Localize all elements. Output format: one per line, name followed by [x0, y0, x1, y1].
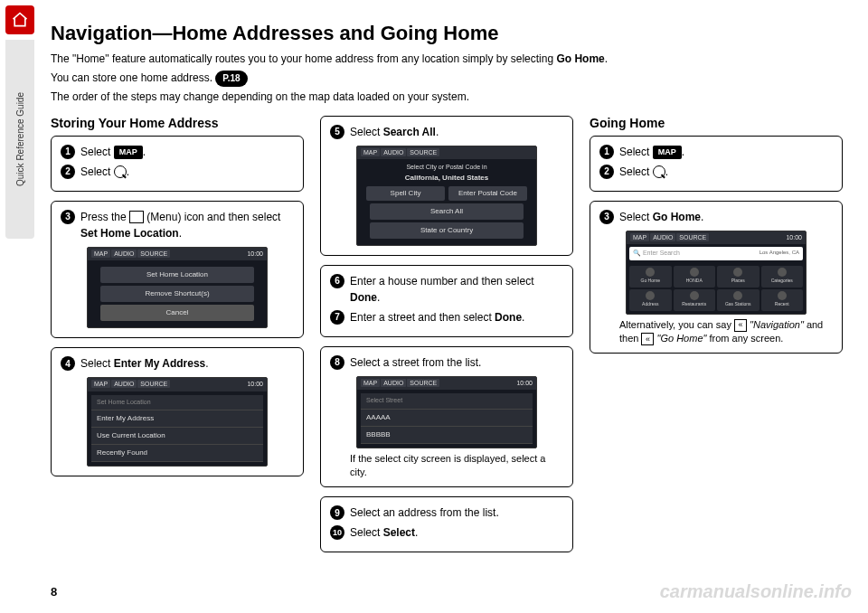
- step-3: 3 Press the (Menu) icon and then select …: [61, 209, 294, 241]
- step-number: 6: [330, 274, 344, 288]
- intro-line-3: The order of the steps may change depend…: [51, 89, 854, 106]
- menu-icon: [129, 211, 144, 223]
- voice-command-note: Alternatively, you can say « "Navigation…: [619, 318, 827, 346]
- step-10: 10 Select Select.: [330, 524, 563, 541]
- page-number: 8: [51, 585, 57, 599]
- step-number: 3: [61, 210, 75, 224]
- card-6: 8 Select a street from the list. MAPAUDI…: [320, 346, 573, 488]
- screenshot-select-street: MAPAUDIOSOURCE 10:00 Select Street AAAAA…: [356, 376, 537, 448]
- voice-icon: «: [734, 319, 747, 332]
- search-icon: [653, 165, 665, 178]
- intro-line-2: You can store one home address. P.18: [51, 70, 854, 87]
- voice-icon: «: [641, 333, 654, 345]
- section-title-storing: Storing Your Home Address: [51, 116, 304, 130]
- card-7: 9 Select an address from the list. 10 Se…: [320, 496, 573, 552]
- card-4: 5 Select Search All. MAPAUDIOSOURCE Sele…: [320, 116, 573, 256]
- step-number: 5: [330, 125, 344, 139]
- card-5: 6 Enter a house number and then select D…: [320, 265, 573, 337]
- step-9: 9 Select an address from the list.: [330, 505, 563, 521]
- card-1: 1 Select MAP. 2 Select .: [51, 136, 304, 192]
- section-tab-label: Quick Reference Guide: [15, 92, 25, 186]
- step-number: 10: [330, 525, 344, 540]
- search-icon: [114, 165, 127, 178]
- step-number: 4: [61, 356, 75, 371]
- step-gh-1: 1 Select MAP.: [599, 144, 833, 160]
- step-number: 8: [330, 355, 344, 370]
- note-select-city: If the select city screen is displayed, …: [350, 452, 558, 480]
- card-3: 4 Select Enter My Address. MAPAUDIOSOURC…: [51, 347, 304, 476]
- step-gh-2: 2 Select .: [599, 164, 833, 180]
- step-7: 7 Enter a street and then select Done.: [330, 309, 563, 325]
- card-8: 1 Select MAP. 2 Select .: [590, 136, 843, 192]
- screenshot-enter-address: MAPAUDIOSOURCE 10:00 Set Home Location E…: [87, 377, 268, 467]
- map-button-icon: MAP: [114, 146, 143, 160]
- step-4: 4 Select Enter My Address.: [61, 355, 294, 372]
- section-title-going-home: Going Home: [590, 116, 843, 130]
- column-storing-home: Storing Your Home Address 1 Select MAP. …: [51, 116, 304, 562]
- step-number: 9: [330, 505, 344, 520]
- house-icon: [11, 11, 29, 29]
- step-number: 3: [599, 210, 614, 224]
- screenshot-set-home: MAPAUDIOSOURCE 10:00 Set Home Location R…: [87, 247, 268, 329]
- step-number: 1: [599, 145, 614, 159]
- section-tab: Quick Reference Guide: [5, 40, 34, 239]
- page-reference-badge: P.18: [215, 71, 247, 87]
- column-going-home: Going Home 1 Select MAP. 2 Select .: [590, 116, 843, 562]
- map-button-icon: MAP: [653, 146, 682, 160]
- card-9: 3 Select Go Home. MAPAUDIOSOURCE 10:00 🔍…: [590, 201, 843, 354]
- step-gh-3: 3 Select Go Home.: [599, 209, 833, 225]
- column-middle: 5 Select Search All. MAPAUDIOSOURCE Sele…: [320, 116, 573, 562]
- step-number: 1: [61, 145, 75, 159]
- page-title: Navigation—Home Addresses and Going Home: [51, 22, 854, 45]
- watermark: carmanualsonline.info: [660, 581, 852, 602]
- step-1: 1 Select MAP.: [61, 144, 294, 160]
- intro-line-1: The "Home" feature automatically routes …: [51, 51, 854, 68]
- screenshot-search-all: MAPAUDIOSOURCE Select City or Postal Cod…: [356, 146, 537, 246]
- home-tab-icon: [5, 5, 34, 34]
- step-number: 7: [330, 310, 344, 325]
- step-5: 5 Select Search All.: [330, 124, 563, 140]
- card-2: 3 Press the (Menu) icon and then select …: [51, 201, 304, 339]
- step-number: 2: [599, 165, 614, 179]
- step-number: 2: [61, 165, 75, 179]
- step-6: 6 Enter a house number and then select D…: [330, 273, 563, 306]
- screenshot-go-home: MAPAUDIOSOURCE 10:00 🔍 Enter Search Los …: [626, 231, 807, 315]
- step-8: 8 Select a street from the list.: [330, 354, 563, 371]
- step-2: 2 Select .: [61, 164, 294, 180]
